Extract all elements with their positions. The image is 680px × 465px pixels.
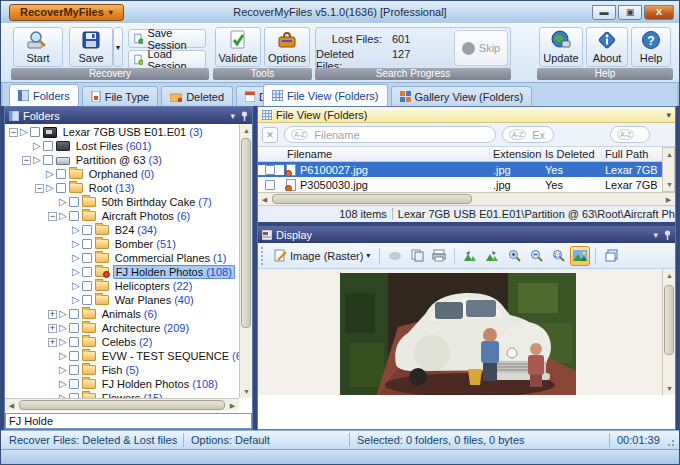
tree-expander-toggle[interactable]: +: [48, 338, 57, 347]
display-mode-dropdown[interactable]: Image (Raster) ▾: [270, 246, 374, 266]
tree-item-checkbox[interactable]: [69, 379, 79, 389]
tab-file-view[interactable]: File View (Folders): [263, 84, 388, 106]
panel-menu-chevron-icon[interactable]: ▾: [653, 230, 658, 240]
file-table-row[interactable]: P6100027.jpg.jpgYesLexar 7GB: [258, 162, 675, 177]
tree-item-label[interactable]: Lexar 7GB USB E01.E01(3): [61, 126, 205, 138]
tree-item[interactable]: ▷Orphaned(0): [5, 167, 239, 181]
toolbar-grip[interactable]: [261, 247, 266, 265]
tree-item[interactable]: ▷Commercial Planes(1): [5, 251, 239, 265]
tree-item-checkbox[interactable]: [69, 337, 79, 347]
tab-folders[interactable]: Folders: [9, 84, 79, 106]
tree-item[interactable]: −▷Root(13): [5, 181, 239, 195]
tree-item[interactable]: −▷Aircraft Photos(6): [5, 209, 239, 223]
tree-item-label[interactable]: Lost Files(601): [74, 140, 154, 152]
scroll-left-icon[interactable]: ◀: [258, 193, 271, 206]
minimize-button[interactable]: ▬: [592, 5, 616, 20]
tree-horizontal-scrollbar[interactable]: ◀ ▶: [5, 398, 239, 411]
column-header-is-deleted[interactable]: Is Deleted: [542, 148, 602, 160]
filename-filter-field[interactable]: A-Z: [284, 126, 496, 143]
validate-button[interactable]: Validate: [215, 27, 261, 67]
options-button[interactable]: Options: [264, 27, 310, 67]
tree-item[interactable]: −▷Lexar 7GB USB E01.E01(3): [5, 125, 239, 139]
help-button[interactable]: ? Help: [631, 27, 671, 67]
tree-item-checkbox[interactable]: [69, 351, 79, 361]
tree-item-label[interactable]: 50th Birthday Cake(7): [100, 196, 214, 208]
tree-item-checkbox[interactable]: [69, 365, 79, 375]
save-picture-button[interactable]: [385, 246, 405, 266]
column-header-extension[interactable]: Extension: [490, 148, 542, 160]
start-button[interactable]: Start: [13, 27, 63, 67]
tree-item-checkbox[interactable]: [82, 225, 92, 235]
zoom-in-button[interactable]: [504, 246, 524, 266]
skip-button[interactable]: Skip: [454, 30, 508, 66]
tree-item-checkbox[interactable]: [43, 155, 53, 165]
tree-item-label[interactable]: Aircraft Photos(6): [100, 210, 193, 222]
resize-grip[interactable]: [667, 437, 677, 447]
scroll-down-icon[interactable]: ▼: [663, 382, 675, 395]
tree-item-label[interactable]: EVW - TEST SEQUENCE(60: [100, 350, 239, 362]
tree-vertical-scrollbar[interactable]: ▲ ▼: [239, 124, 252, 398]
tree-expander-toggle[interactable]: +: [48, 310, 57, 319]
tree-item[interactable]: +▷Celebs(2): [5, 335, 239, 349]
panel-menu-chevron-icon[interactable]: ▾: [666, 110, 671, 120]
zoom-out-button[interactable]: [526, 246, 546, 266]
tree-item[interactable]: ▷FJ Holden Photos(108): [5, 377, 239, 391]
tree-item[interactable]: ▷50th Birthday Cake(7): [5, 195, 239, 209]
scroll-up-icon[interactable]: ▲: [663, 269, 675, 282]
rotate-right-button[interactable]: [482, 246, 502, 266]
pin-icon[interactable]: [241, 111, 248, 121]
filename-filter-input[interactable]: [312, 128, 489, 142]
tree-item-checkbox[interactable]: [30, 127, 40, 137]
scroll-left-icon[interactable]: ◀: [5, 399, 18, 412]
extension-filter-input[interactable]: [530, 128, 547, 142]
tree-item-checkbox[interactable]: [82, 253, 92, 263]
maximize-button[interactable]: ▣: [618, 5, 642, 20]
print-button[interactable]: [429, 246, 449, 266]
scroll-down-icon[interactable]: ▼: [240, 385, 253, 398]
rotate-left-button[interactable]: [460, 246, 480, 266]
fullpath-filter-field[interactable]: A-Z: [610, 126, 650, 143]
scroll-up-icon[interactable]: ▲: [663, 148, 676, 161]
save-session-button[interactable]: Save Session: [128, 29, 206, 48]
tree-item-checkbox[interactable]: [82, 295, 92, 305]
clear-filter-button[interactable]: ✕: [262, 127, 278, 143]
tree-item[interactable]: ▷B24(34): [5, 223, 239, 237]
tree-item-label[interactable]: Partition @ 63(3): [74, 154, 164, 166]
pin-icon[interactable]: [664, 230, 671, 240]
tree-item-checkbox[interactable]: [56, 183, 66, 193]
duplicate-window-button[interactable]: [601, 246, 621, 266]
tree-expander-toggle[interactable]: +: [48, 324, 57, 333]
tree-item[interactable]: ▷Fish(5): [5, 363, 239, 377]
tree-item-label[interactable]: B24(34): [113, 224, 159, 236]
extension-filter-field[interactable]: A-Z: [502, 126, 554, 143]
table-horizontal-scrollbar[interactable]: ◀ ▶: [258, 192, 675, 205]
copy-button[interactable]: [407, 246, 427, 266]
file-row-checkbox[interactable]: [265, 165, 275, 175]
tree-item-label[interactable]: War Planes(40): [113, 294, 196, 306]
fit-to-window-button[interactable]: [570, 246, 590, 266]
tree-item-checkbox[interactable]: [69, 309, 79, 319]
tree-item[interactable]: ▷War Planes(40): [5, 293, 239, 307]
table-vertical-scrollbar[interactable]: ▲ ▼: [662, 147, 675, 192]
preview-vertical-scrollbar[interactable]: ▲ ▼: [662, 269, 675, 395]
tree-item[interactable]: +▷Animals(6): [5, 307, 239, 321]
about-button[interactable]: About: [586, 27, 628, 67]
file-row-checkbox[interactable]: [265, 180, 275, 190]
tab-file-type[interactable]: File Type: [82, 86, 158, 106]
file-table-row[interactable]: P3050030.jpg.jpgYesLexar 7GB: [258, 177, 675, 192]
tree-item-label[interactable]: Bomber(51): [113, 238, 178, 250]
tree-item-checkbox[interactable]: [82, 281, 92, 291]
load-session-button[interactable]: Load Session: [128, 50, 206, 69]
panel-menu-chevron-icon[interactable]: ▾: [230, 111, 235, 121]
tree-item-checkbox[interactable]: [69, 197, 79, 207]
tree-item-label[interactable]: Fish(5): [100, 364, 141, 376]
tree-item-label[interactable]: FJ Holden Photos(108): [113, 265, 235, 279]
tree-item[interactable]: −▷Partition @ 63(3): [5, 153, 239, 167]
folder-filter-input[interactable]: [5, 413, 252, 429]
tree-item-label[interactable]: Architecture(209): [100, 322, 191, 334]
tree-item-checkbox[interactable]: [82, 267, 92, 277]
close-button[interactable]: X: [644, 5, 674, 20]
tree-expander-toggle[interactable]: −: [48, 212, 57, 221]
tree-item-label[interactable]: Animals(6): [100, 308, 160, 320]
tree-item[interactable]: ▷EVW - TEST SEQUENCE(60: [5, 349, 239, 363]
